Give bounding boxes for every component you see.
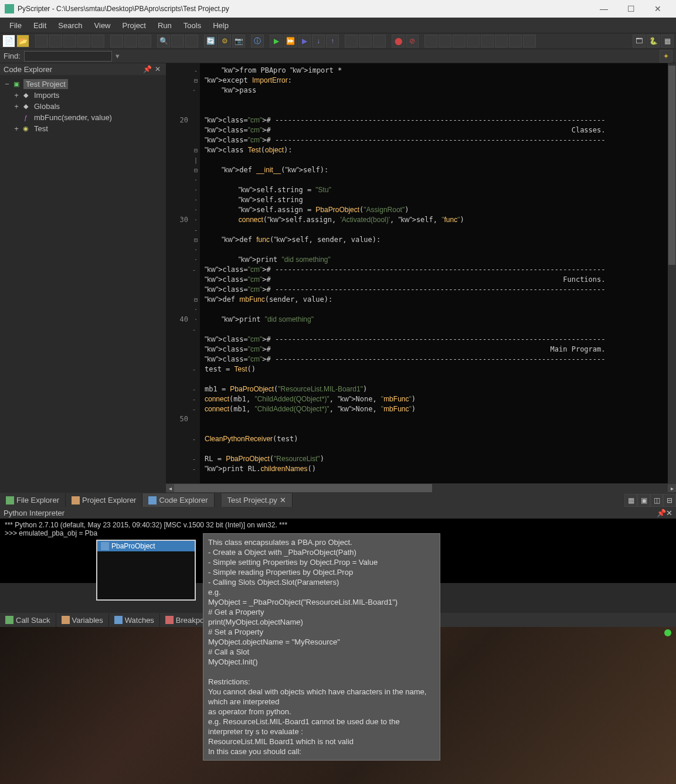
tab-file-explorer[interactable]: File Explorer — [0, 493, 66, 507]
tb10[interactable] — [138, 35, 151, 47]
info-icon[interactable]: ⓘ — [251, 35, 264, 47]
tab-call-stack[interactable]: Call Stack — [0, 613, 56, 627]
autocomplete-item[interactable]: PbaProObject — [97, 541, 195, 551]
interp-close-icon[interactable]: ✕ — [666, 509, 672, 517]
vertical-scrollbar[interactable] — [668, 63, 676, 483]
tb22[interactable] — [345, 35, 358, 47]
bottom-panel-tabs: File Explorer Project Explorer Code Expl… — [0, 493, 676, 507]
code-editor[interactable]: 20 30 40 50 60 - ⊟ · ⊟ | ⊟ · · · · · - ⊟… — [166, 63, 676, 483]
menu-help[interactable]: Help — [207, 18, 235, 33]
run-icon[interactable]: ▶ — [270, 35, 283, 47]
scroll-thumb[interactable] — [174, 484, 432, 492]
tb32[interactable] — [495, 35, 508, 47]
module-icon: ▣ — [12, 80, 21, 89]
tb21[interactable]: ↑ — [326, 35, 339, 47]
interpreter-header: Python Interpreter 📌 ✕ — [0, 507, 676, 519]
tb34[interactable] — [523, 35, 536, 47]
panel-close-icon[interactable]: ✕ — [153, 64, 162, 74]
tab-code-explorer[interactable]: Code Explorer — [142, 493, 214, 507]
code-explorer-title: Code Explorer — [4, 65, 52, 74]
menu-file[interactable]: File — [4, 18, 28, 33]
editor-btn3[interactable]: ◫ — [650, 494, 663, 507]
tb13[interactable] — [185, 35, 198, 47]
tb7[interactable] — [91, 35, 104, 47]
title-bar: PyScripter - C:\Users\smtau\Desktop\PBAp… — [0, 0, 676, 18]
camera-icon[interactable]: 📷 — [232, 35, 245, 47]
code-explorer-tree[interactable]: −▣ Test Project +◆ Imports +◆ Globals ƒ … — [0, 75, 166, 493]
tb4[interactable] — [49, 35, 62, 47]
editor-tab[interactable]: Test Project.py✕ — [222, 493, 293, 507]
tb31[interactable] — [481, 35, 494, 47]
find-input[interactable] — [24, 51, 112, 62]
menu-project[interactable]: Project — [117, 18, 152, 33]
tab-variables[interactable]: Variables — [56, 613, 109, 627]
tb26[interactable]: ⊘ — [406, 35, 419, 47]
tab-project-explorer[interactable]: Project Explorer — [66, 493, 142, 507]
stop-icon[interactable]: ⬤ — [392, 35, 405, 47]
horizontal-scrollbar[interactable]: ◂ ▸ — [166, 483, 676, 493]
tb28[interactable] — [439, 35, 451, 47]
doc-tooltip: This class encapsulates a PBA.pro Object… — [203, 533, 440, 761]
tb30[interactable] — [467, 35, 480, 47]
console-line: *** Python 2.7.10 (default, May 23 2015,… — [5, 521, 671, 529]
tb9[interactable] — [124, 35, 137, 47]
maximize-button[interactable]: ☐ — [617, 0, 644, 18]
find-label: Find: — [4, 52, 21, 60]
main-area: Code Explorer 📌 ✕ −▣ Test Project +◆ Imp… — [0, 63, 676, 493]
close-button[interactable]: ✕ — [644, 0, 671, 18]
code-content[interactable]: "kw">from PBApro "kw">import * "kw">exce… — [200, 63, 676, 483]
editor-btn4[interactable]: ⊟ — [663, 494, 676, 507]
debug-icon[interactable]: ▶ — [298, 35, 311, 47]
tb5[interactable] — [63, 35, 76, 47]
find-config-icon[interactable]: ✦ — [660, 50, 672, 63]
menu-edit[interactable]: Edit — [28, 18, 52, 33]
scroll-left-icon[interactable]: ◂ — [166, 484, 174, 492]
tree-imports[interactable]: +◆ Imports — [2, 90, 164, 101]
scroll-right-icon[interactable]: ▸ — [668, 484, 676, 492]
menu-view[interactable]: View — [89, 18, 117, 33]
tb8[interactable] — [110, 35, 123, 47]
pin-icon[interactable]: 📌 — [142, 64, 152, 74]
find-dropdown-icon[interactable]: ▾ — [116, 52, 120, 60]
breakpoints-icon — [165, 616, 174, 624]
search-icon[interactable]: 🔍 — [157, 35, 170, 47]
tb23[interactable] — [359, 35, 372, 47]
tree-globals[interactable]: +◆ Globals — [2, 101, 164, 112]
status-indicator-icon — [664, 629, 671, 636]
folder-icon: ◆ — [21, 102, 30, 111]
fold-gutter[interactable]: - ⊟ · ⊟ | ⊟ · · · · · - ⊟ · · - ⊟ · · - … — [192, 63, 200, 483]
interp-pin-icon[interactable]: 📌 — [657, 509, 666, 517]
tree-test[interactable]: +◉ Test — [2, 123, 164, 134]
open-icon[interactable]: 📂 — [16, 35, 29, 47]
refresh-icon[interactable]: 🔄 — [204, 35, 217, 47]
tb24[interactable] — [373, 35, 386, 47]
tb20[interactable]: ↓ — [312, 35, 325, 47]
tree-root[interactable]: −▣ Test Project — [2, 79, 164, 90]
window-icon[interactable]: 🗔 — [633, 35, 646, 47]
app-icon — [5, 4, 14, 13]
tb3[interactable] — [35, 35, 48, 47]
tab-watches[interactable]: Watches — [109, 613, 160, 627]
menu-bar: File Edit Search View Project Run Tools … — [0, 18, 676, 33]
left-panel: Code Explorer 📌 ✕ −▣ Test Project +◆ Imp… — [0, 63, 166, 493]
menu-search[interactable]: Search — [52, 18, 88, 33]
menu-run[interactable]: Run — [152, 18, 178, 33]
tb15[interactable]: ⚙ — [218, 35, 231, 47]
python-icon[interactable]: 🐍 — [647, 35, 660, 47]
editor-btn1[interactable]: ▦ — [624, 494, 637, 507]
line-gutter: 20 30 40 50 60 — [166, 63, 192, 483]
tb12[interactable] — [171, 35, 184, 47]
tb29[interactable] — [453, 35, 466, 47]
autocomplete-popup[interactable]: PbaProObject — [96, 540, 196, 601]
layout-icon[interactable]: ▦ — [661, 35, 674, 47]
editor-btn2[interactable]: ▣ — [637, 494, 650, 507]
tb33[interactable] — [509, 35, 522, 47]
tree-mbfunc[interactable]: ƒ mbFunc(sender, value) — [2, 112, 164, 123]
new-icon[interactable]: 📄 — [2, 35, 15, 47]
tb27[interactable] — [424, 35, 437, 47]
tab-close-icon[interactable]: ✕ — [280, 496, 286, 505]
minimize-button[interactable]: — — [590, 0, 617, 18]
menu-tools[interactable]: Tools — [178, 18, 207, 33]
step-icon[interactable]: ⏩ — [284, 35, 297, 47]
tb6[interactable] — [77, 35, 90, 47]
